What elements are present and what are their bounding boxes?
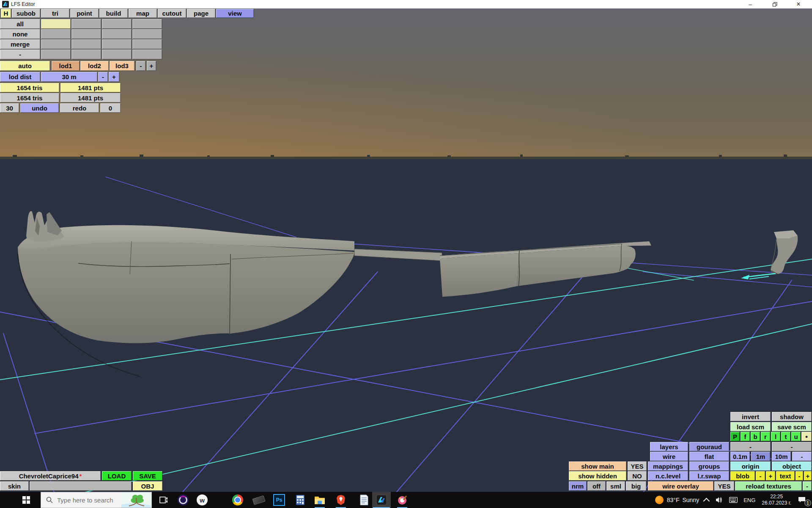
load-button[interactable]: LOAD: [102, 471, 132, 480]
text-minus-button[interactable]: -: [796, 471, 803, 480]
subob-grid-cell[interactable]: [71, 29, 101, 39]
start-button[interactable]: [17, 492, 36, 508]
subob-grid-cell[interactable]: [102, 19, 132, 29]
calculator-icon[interactable]: [291, 492, 310, 508]
reload-dash-button[interactable]: -: [803, 481, 812, 491]
tab-cutout[interactable]: cutout: [158, 9, 186, 18]
show-hidden-button[interactable]: show hidden: [569, 471, 626, 480]
filename-button[interactable]: ChevroletCaprice94*: [0, 471, 101, 480]
lod-dist-plus-button[interactable]: +: [109, 72, 119, 82]
obj-button[interactable]: OBJ: [133, 481, 162, 491]
scm-f-button[interactable]: f: [741, 432, 750, 441]
tab-point[interactable]: point: [70, 9, 99, 18]
big-button[interactable]: big: [626, 481, 646, 491]
notification-center-button[interactable]: 1: [795, 492, 812, 508]
search-input[interactable]: [56, 496, 121, 504]
subob-grid-cell[interactable]: [102, 39, 132, 49]
subob-grid-cell[interactable]: [132, 29, 162, 39]
sml-button[interactable]: sml: [606, 481, 625, 491]
reload-textures-button[interactable]: reload textures: [735, 481, 802, 491]
nrm-button[interactable]: nrm: [569, 481, 587, 491]
show-hidden-toggle[interactable]: NO: [628, 471, 647, 480]
subob-merge-button[interactable]: merge: [0, 39, 40, 49]
tray-expand-button[interactable]: [702, 492, 713, 508]
scm-t-button[interactable]: t: [781, 432, 790, 441]
scm-r-button[interactable]: r: [761, 432, 770, 441]
tab-map[interactable]: map: [129, 9, 157, 18]
shadow-button[interactable]: shadow: [772, 412, 812, 421]
grid-1m-button[interactable]: 1m: [751, 452, 770, 461]
taskbar-search[interactable]: [41, 492, 152, 508]
gog-galaxy-icon[interactable]: [174, 492, 192, 508]
origin-button[interactable]: origin: [730, 461, 771, 471]
subob-grid-cell[interactable]: [41, 39, 71, 49]
tab-page[interactable]: page: [187, 9, 215, 18]
redo-button[interactable]: redo: [60, 103, 99, 113]
lod-minus-button[interactable]: -: [136, 61, 145, 71]
save-button[interactable]: SAVE: [133, 471, 162, 480]
language-indicator[interactable]: ENG: [741, 492, 758, 508]
lr-swap-button[interactable]: l.r.swap: [689, 471, 729, 480]
close-button[interactable]: ×: [789, 0, 808, 8]
lod3-button[interactable]: lod3: [110, 61, 134, 71]
volume-button[interactable]: [713, 492, 726, 508]
viewport-3d[interactable]: [0, 0, 812, 508]
task-view-icon[interactable]: [154, 492, 173, 508]
skin-button[interactable]: skin: [0, 481, 29, 491]
subob-grid-cell[interactable]: [71, 19, 101, 29]
save-scm-button[interactable]: save scm: [772, 422, 812, 431]
show-main-toggle[interactable]: YES: [628, 461, 647, 471]
grid-10m-button[interactable]: 10m: [772, 452, 791, 461]
subob-all-button[interactable]: all: [0, 19, 40, 29]
object-button[interactable]: object: [772, 461, 812, 471]
blob-plus-button[interactable]: +: [766, 471, 775, 480]
scm-l-button[interactable]: l: [771, 432, 780, 441]
mappings-button[interactable]: mappings: [648, 461, 688, 471]
notepad-icon[interactable]: [355, 492, 373, 508]
tab-subob[interactable]: subob: [12, 9, 40, 18]
scm-p-button[interactable]: P: [730, 432, 740, 441]
nc-level-button[interactable]: n.c.level: [648, 471, 688, 480]
subob-grid-cell[interactable]: [102, 50, 132, 59]
grid-0-1m-button[interactable]: 0.1m: [730, 452, 750, 461]
dash-button-2[interactable]: -: [772, 442, 812, 451]
text-plus-button[interactable]: +: [804, 471, 812, 480]
blob-button[interactable]: blob: [730, 471, 755, 480]
subob-grid-cell[interactable]: [132, 19, 162, 29]
grid-dash-button[interactable]: -: [792, 452, 812, 461]
skin-value-field[interactable]: [30, 481, 132, 491]
weather-widget[interactable]: 83°F Sunny: [652, 492, 702, 508]
subob-grid-cell[interactable]: [132, 50, 162, 59]
lod1-button[interactable]: lod1: [52, 61, 80, 71]
brave-icon[interactable]: [332, 492, 350, 508]
layers-button[interactable]: layers: [650, 442, 688, 451]
lod-dist-minus-button[interactable]: -: [98, 72, 108, 82]
text-button[interactable]: text: [776, 471, 795, 480]
lod-plus-button[interactable]: +: [147, 61, 156, 71]
touch-keyboard-button[interactable]: [726, 492, 741, 508]
blob-minus-button[interactable]: -: [756, 471, 765, 480]
tab-h[interactable]: H: [1, 9, 11, 18]
gouraud-button[interactable]: gouraud: [689, 442, 729, 451]
lfs-editor-taskbar-icon[interactable]: [372, 492, 391, 508]
minimize-button[interactable]: –: [741, 0, 760, 8]
tab-build[interactable]: build: [99, 9, 128, 18]
wire-overlay-button[interactable]: wire overlay: [648, 481, 713, 491]
lod-auto-button[interactable]: auto: [0, 61, 50, 71]
w-app-icon[interactable]: w: [193, 492, 211, 508]
subob-none-button[interactable]: none: [0, 29, 40, 39]
subob-grid-cell[interactable]: [41, 29, 71, 39]
subob-grid-cell[interactable]: [132, 39, 162, 49]
lod-dist-value[interactable]: 30 m: [41, 72, 97, 82]
subob-grid-cell-selected[interactable]: [41, 19, 71, 29]
subob-grid-cell[interactable]: [41, 50, 71, 59]
undo-button[interactable]: undo: [20, 103, 59, 113]
show-main-button[interactable]: show main: [569, 461, 626, 471]
wire-button[interactable]: wire: [650, 452, 688, 461]
scm-u-button[interactable]: u: [791, 432, 801, 441]
file-explorer-icon[interactable]: [310, 492, 329, 508]
restore-button[interactable]: [765, 0, 784, 8]
wire-overlay-toggle[interactable]: YES: [714, 481, 734, 491]
dash-button-1[interactable]: -: [730, 442, 771, 451]
lod2-button[interactable]: lod2: [80, 61, 109, 71]
